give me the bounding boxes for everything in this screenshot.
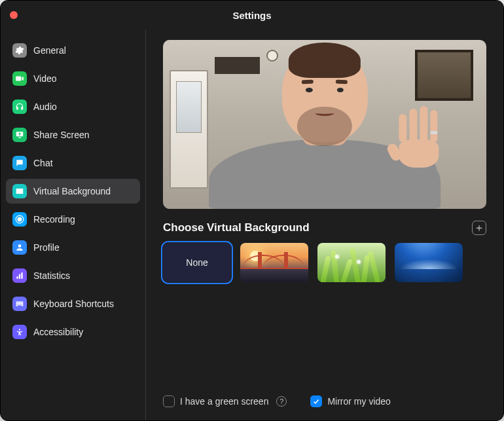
sidebar-item-profile[interactable]: Profile bbox=[6, 235, 140, 260]
sidebar-item-statistics[interactable]: Statistics bbox=[6, 263, 140, 288]
plus-icon: ＋ bbox=[474, 223, 484, 233]
backgrounds-row: None bbox=[163, 243, 486, 282]
preview-person bbox=[198, 70, 450, 209]
sidebar-item-label: Statistics bbox=[33, 270, 70, 281]
sidebar-item-label: Audio bbox=[33, 101, 57, 112]
sidebar-item-label: General bbox=[33, 45, 66, 56]
section-title: Choose Virtual Background bbox=[163, 221, 310, 234]
mirror-video-label: Mirror my video bbox=[327, 396, 390, 407]
content-area: General Video Audio Share Screen bbox=[1, 29, 503, 420]
background-option-none[interactable]: None bbox=[163, 243, 231, 282]
add-background-button[interactable]: ＋ bbox=[472, 221, 486, 235]
gear-icon bbox=[12, 43, 27, 58]
sidebar-item-label: Keyboard Shortcuts bbox=[33, 299, 114, 309]
video-camera-icon bbox=[12, 71, 27, 86]
record-icon bbox=[12, 212, 27, 227]
sidebar-item-label: Share Screen bbox=[33, 130, 90, 140]
sidebar-item-label: Profile bbox=[33, 242, 60, 253]
main-panel: Choose Virtual Background ＋ None bbox=[146, 29, 503, 420]
virtual-background-icon bbox=[12, 184, 27, 198]
sidebar-item-label: Accessibility bbox=[33, 327, 83, 337]
preview-waving-hand bbox=[375, 103, 461, 167]
background-option-label: None bbox=[186, 257, 207, 268]
headphones-icon bbox=[12, 100, 27, 114]
sidebar-item-label: Video bbox=[33, 73, 57, 84]
sidebar-item-video[interactable]: Video bbox=[6, 66, 140, 91]
window-title: Settings bbox=[232, 10, 271, 21]
close-window-button[interactable] bbox=[10, 11, 18, 19]
sidebar-item-general[interactable]: General bbox=[6, 38, 140, 63]
green-screen-label: I have a green screen bbox=[180, 396, 268, 407]
section-header: Choose Virtual Background ＋ bbox=[163, 221, 486, 235]
accessibility-icon bbox=[12, 325, 27, 339]
sidebar-item-recording[interactable]: Recording bbox=[6, 207, 140, 232]
sidebar-item-accessibility[interactable]: Accessibility bbox=[6, 320, 140, 344]
user-icon bbox=[12, 240, 27, 255]
mirror-video-option[interactable]: Mirror my video bbox=[310, 395, 390, 407]
share-screen-icon bbox=[12, 128, 27, 142]
svg-point-0 bbox=[18, 217, 22, 222]
checkbox-checked-icon bbox=[310, 395, 322, 407]
titlebar: Settings bbox=[1, 1, 503, 29]
green-screen-option[interactable]: I have a green screen ? bbox=[163, 395, 287, 407]
sidebar-item-label: Virtual Background bbox=[33, 186, 111, 196]
background-option-grass[interactable] bbox=[317, 243, 386, 282]
settings-window: Settings General Video Audio bbox=[0, 0, 504, 421]
sidebar-item-label: Recording bbox=[33, 214, 75, 225]
sidebar-item-chat[interactable]: Chat bbox=[6, 151, 140, 175]
background-option-earth-from-space[interactable] bbox=[395, 243, 463, 282]
video-preview bbox=[163, 40, 486, 209]
background-option-golden-gate-bridge[interactable] bbox=[240, 243, 308, 282]
help-icon[interactable]: ? bbox=[276, 396, 287, 407]
bar-chart-icon bbox=[12, 268, 27, 283]
sidebar-item-keyboard-shortcuts[interactable]: Keyboard Shortcuts bbox=[6, 291, 140, 316]
chat-bubble-icon bbox=[12, 156, 27, 170]
sidebar: General Video Audio Share Screen bbox=[1, 29, 146, 420]
window-controls bbox=[10, 11, 44, 19]
footer-options: I have a green screen ? Mirror my video bbox=[163, 382, 486, 407]
sidebar-item-virtual-background[interactable]: Virtual Background bbox=[6, 179, 140, 204]
keyboard-icon bbox=[12, 297, 27, 311]
sidebar-item-audio[interactable]: Audio bbox=[6, 94, 140, 119]
sidebar-item-share-screen[interactable]: Share Screen bbox=[6, 122, 140, 147]
sidebar-item-label: Chat bbox=[33, 158, 53, 168]
checkbox-unchecked-icon bbox=[163, 395, 175, 407]
